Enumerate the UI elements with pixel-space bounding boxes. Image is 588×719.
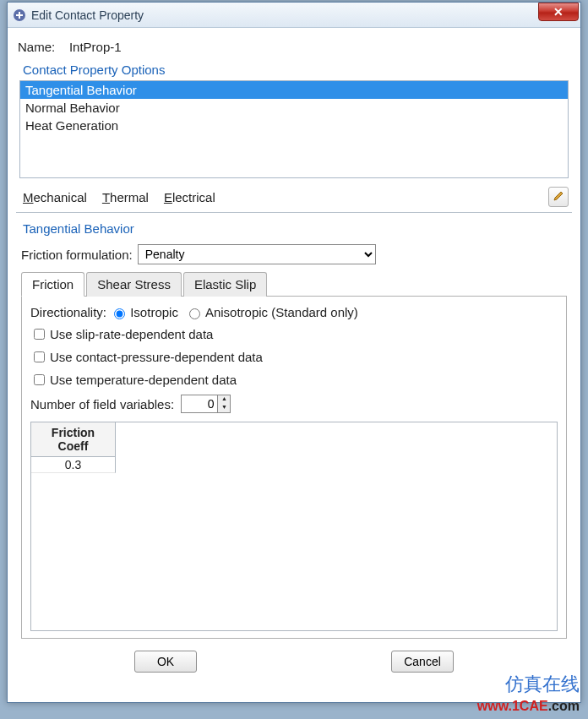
svg-rect-2 bbox=[19, 12, 20, 19]
button-bar: OK Cancel bbox=[16, 645, 572, 674]
friction-formulation-label: Friction formulation: bbox=[21, 248, 133, 262]
radio-anisotropic[interactable] bbox=[189, 308, 200, 319]
friction-coeff-table: FrictionCoeff 0.3 bbox=[30, 422, 558, 631]
options-list[interactable]: Tangential Behavior Normal Behavior Heat… bbox=[19, 80, 569, 178]
titlebar: Edit Contact Property ✕ bbox=[8, 3, 580, 28]
radio-isotropic[interactable] bbox=[114, 308, 125, 319]
field-vars-input[interactable] bbox=[181, 395, 218, 413]
close-button[interactable]: ✕ bbox=[538, 3, 579, 21]
cancel-button[interactable]: Cancel bbox=[391, 651, 454, 673]
tab-strip: Friction Shear Stress Elastic Slip bbox=[21, 271, 567, 297]
check-temperature-label[interactable]: Use temperature-dependent data bbox=[50, 373, 237, 387]
window-title: Edit Contact Property bbox=[31, 8, 144, 22]
directionality-row: Directionality: Isotropic Anisotropic (S… bbox=[30, 305, 558, 319]
friction-formulation-row: Friction formulation: Penalty bbox=[21, 244, 567, 264]
menu-thermal[interactable]: Thermal bbox=[102, 190, 149, 204]
table-cell[interactable]: 0.3 bbox=[31, 457, 116, 473]
field-vars-row: Number of field variables: ▲ ▼ bbox=[30, 395, 558, 413]
directionality-label: Directionality: bbox=[30, 305, 106, 319]
dialog-content: Name: IntProp-1 Contact Property Options… bbox=[8, 28, 580, 683]
spinner-up[interactable]: ▲ bbox=[218, 395, 230, 404]
tab-elastic-slip[interactable]: Elastic Slip bbox=[183, 272, 267, 297]
name-row: Name: IntProp-1 bbox=[18, 40, 572, 54]
category-menu-row: Mechanical Thermal Electrical bbox=[16, 183, 572, 213]
check-contact-pressure-label[interactable]: Use contact-pressure-dependent data bbox=[50, 350, 263, 364]
pencil-icon bbox=[553, 190, 564, 204]
edit-options-button[interactable] bbox=[548, 187, 569, 207]
section-title: Tangential Behavior bbox=[23, 221, 572, 236]
option-heat[interactable]: Heat Generation bbox=[20, 117, 568, 134]
check-slip-rate-label[interactable]: Use slip-rate-dependent data bbox=[50, 327, 213, 341]
tab-shear-stress[interactable]: Shear Stress bbox=[86, 272, 182, 297]
name-value: IntProp-1 bbox=[69, 40, 122, 54]
field-vars-label: Number of field variables: bbox=[30, 397, 174, 411]
friction-formulation-select[interactable]: Penalty bbox=[138, 244, 376, 264]
option-tangential[interactable]: Tangential Behavior bbox=[20, 81, 568, 99]
tab-body-friction: Directionality: Isotropic Anisotropic (S… bbox=[21, 297, 567, 639]
table-header: FrictionCoeff bbox=[31, 422, 116, 457]
options-group-label: Contact Property Options bbox=[23, 63, 572, 77]
check-temperature[interactable] bbox=[34, 374, 45, 385]
check-contact-pressure[interactable] bbox=[34, 351, 45, 362]
menu-mechanical[interactable]: Mechanical bbox=[23, 190, 87, 204]
dialog-window: Edit Contact Property ✕ Name: IntProp-1 … bbox=[7, 2, 581, 703]
radio-anisotropic-label[interactable]: Anisotropic (Standard only) bbox=[205, 305, 358, 319]
name-label: Name: bbox=[18, 40, 55, 54]
spinner-down[interactable]: ▼ bbox=[218, 404, 230, 412]
tab-friction[interactable]: Friction bbox=[21, 272, 84, 297]
menu-electrical[interactable]: Electrical bbox=[164, 190, 215, 204]
close-icon: ✕ bbox=[553, 5, 564, 19]
radio-isotropic-label[interactable]: Isotropic bbox=[130, 305, 178, 319]
field-vars-spinner: ▲ ▼ bbox=[218, 395, 231, 413]
ok-button[interactable]: OK bbox=[134, 651, 197, 673]
option-normal[interactable]: Normal Behavior bbox=[20, 99, 568, 117]
check-slip-rate[interactable] bbox=[34, 329, 45, 340]
app-icon bbox=[13, 8, 26, 22]
